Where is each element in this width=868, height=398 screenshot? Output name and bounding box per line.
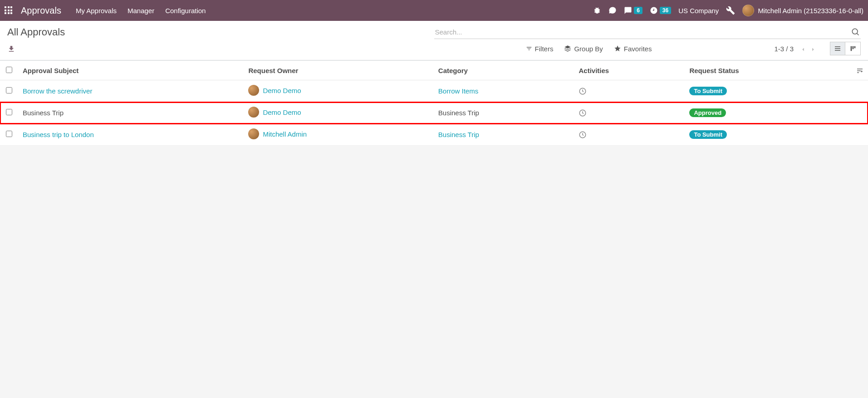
pager-text[interactable]: 1-3 / 3 — [774, 45, 794, 53]
groupby-label: Group By — [574, 45, 603, 53]
nav-manager[interactable]: Manager — [128, 7, 154, 15]
header-activities[interactable]: Activities — [574, 61, 685, 80]
status-badge: To Submit — [689, 130, 727, 139]
table-row[interactable]: Business TripDemo DemoBusiness TripAppro… — [0, 102, 868, 124]
row-checkbox-cell — [0, 102, 18, 124]
row-checkbox[interactable] — [6, 87, 12, 93]
svg-line-1 — [857, 34, 859, 35]
control-panel: All Approvals Filters Group By Favorites — [0, 21, 868, 60]
star-icon — [614, 45, 621, 52]
list-icon — [834, 45, 841, 52]
row-category[interactable]: Business Trip — [434, 124, 574, 146]
row-checkbox[interactable] — [6, 131, 12, 137]
nav-my-approvals[interactable]: My Approvals — [76, 7, 117, 15]
category-text[interactable]: Business Trip — [438, 131, 479, 138]
pager: 1-3 / 3 — [774, 42, 861, 55]
pager-prev-icon[interactable] — [799, 44, 807, 53]
header-category[interactable]: Category — [434, 61, 574, 80]
filters-button[interactable]: Filters — [526, 45, 554, 53]
header-checkbox-cell — [0, 61, 18, 80]
favorites-button[interactable]: Favorites — [614, 45, 652, 53]
search-input[interactable] — [434, 25, 861, 39]
activity-clock-icon[interactable] — [579, 87, 587, 94]
header-subject[interactable]: Approval Subject — [18, 61, 244, 80]
subject-text: Business Trip — [23, 109, 64, 117]
subject-text[interactable]: Business trip to London — [23, 131, 94, 138]
owner-name[interactable]: Mitchell Admin — [263, 130, 307, 138]
table-row[interactable]: Borrow the screwdriverDemo DemoBorrow It… — [0, 80, 868, 102]
view-kanban-button[interactable] — [845, 42, 861, 55]
activity-clock-icon[interactable] — [579, 108, 587, 116]
row-category[interactable]: Business Trip — [434, 102, 574, 124]
svg-point-0 — [852, 29, 858, 34]
export-icon[interactable] — [7, 44, 15, 54]
header-owner[interactable]: Request Owner — [244, 61, 433, 80]
company-selector[interactable]: US Company — [678, 7, 719, 15]
pager-arrows — [799, 44, 817, 53]
select-all-checkbox[interactable] — [6, 67, 12, 73]
row-owner[interactable]: Demo Demo — [244, 80, 433, 102]
bug-icon[interactable] — [593, 6, 601, 15]
view-switcher — [830, 42, 861, 55]
cp-row-top: All Approvals — [0, 21, 868, 39]
row-trailing — [850, 124, 868, 146]
tools-icon[interactable] — [726, 6, 735, 15]
pager-next-icon[interactable] — [809, 44, 817, 53]
kanban-icon — [849, 45, 857, 52]
table-row[interactable]: Business trip to LondonMitchell AdminBus… — [0, 124, 868, 146]
favorites-label: Favorites — [624, 45, 652, 53]
row-activities[interactable] — [574, 124, 685, 146]
activity-clock-icon[interactable] — [579, 130, 587, 138]
activity-badge-group[interactable]: 36 — [650, 6, 671, 15]
approvals-table: Approval Subject Request Owner Category … — [0, 61, 868, 146]
row-activities[interactable] — [574, 80, 685, 102]
row-activities[interactable] — [574, 102, 685, 124]
owner-name[interactable]: Demo Demo — [263, 87, 301, 94]
subject-text[interactable]: Borrow the screwdriver — [23, 87, 92, 95]
apps-grid-icon[interactable] — [5, 6, 13, 15]
nav-configuration[interactable]: Configuration — [165, 7, 206, 15]
page-title: All Approvals — [7, 26, 65, 38]
cp-row-bottom: Filters Group By Favorites 1-3 / 3 — [0, 39, 868, 60]
clock-icon — [650, 6, 658, 15]
chat-badge-group[interactable]: 6 — [624, 6, 642, 15]
owner-avatar-icon — [248, 85, 259, 96]
filters-label: Filters — [535, 45, 554, 53]
row-status: To Submit — [685, 124, 850, 146]
topnav-left: Approvals My Approvals Manager Configura… — [5, 5, 206, 16]
header-settings[interactable] — [850, 61, 868, 80]
status-badge: To Submit — [689, 87, 727, 95]
row-subject[interactable]: Business Trip — [18, 102, 244, 124]
layers-icon — [564, 45, 571, 52]
row-checkbox-cell — [0, 80, 18, 102]
groupby-button[interactable]: Group By — [564, 45, 603, 53]
header-status[interactable]: Request Status — [685, 61, 850, 80]
activity-badge: 36 — [660, 7, 671, 14]
row-trailing — [850, 102, 868, 124]
row-owner[interactable]: Demo Demo — [244, 102, 433, 124]
user-avatar-icon — [742, 5, 754, 16]
category-text: Business Trip — [438, 109, 479, 117]
search-icon[interactable] — [851, 27, 860, 36]
table-header-row: Approval Subject Request Owner Category … — [0, 61, 868, 80]
user-menu[interactable]: Mitchell Admin (21523336-16-0-all) — [742, 5, 863, 16]
owner-name[interactable]: Demo Demo — [263, 108, 301, 116]
user-name: Mitchell Admin (21523336-16-0-all) — [758, 7, 863, 15]
row-status: To Submit — [685, 80, 850, 102]
owner-avatar-icon — [248, 128, 259, 139]
row-checkbox-cell — [0, 124, 18, 146]
chat-icon — [624, 6, 632, 15]
category-text[interactable]: Borrow Items — [438, 87, 478, 95]
row-owner[interactable]: Mitchell Admin — [244, 124, 433, 146]
row-category[interactable]: Borrow Items — [434, 80, 574, 102]
app-title[interactable]: Approvals — [21, 5, 61, 16]
row-status: Approved — [685, 102, 850, 124]
nav-links: My Approvals Manager Configuration — [76, 7, 206, 15]
view-list-button[interactable] — [830, 42, 845, 55]
row-subject[interactable]: Borrow the screwdriver — [18, 80, 244, 102]
row-subject[interactable]: Business trip to London — [18, 124, 244, 146]
support-icon[interactable] — [608, 6, 617, 15]
status-badge: Approved — [689, 108, 726, 117]
row-checkbox[interactable] — [6, 109, 12, 115]
chat-badge: 6 — [634, 7, 642, 14]
